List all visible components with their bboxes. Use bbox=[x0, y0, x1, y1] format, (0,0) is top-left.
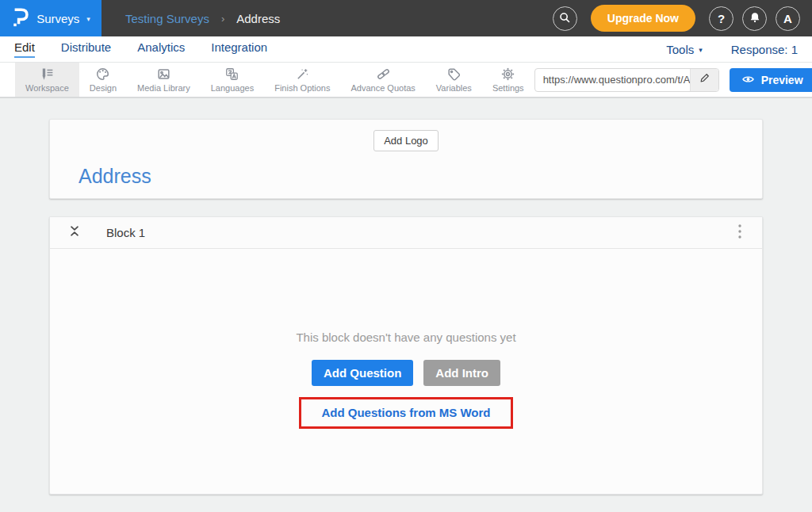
topbar: Surveys ▾ Testing Surveys › Address Upgr… bbox=[0, 0, 812, 36]
survey-url-field bbox=[534, 68, 719, 92]
tools-label: Tools bbox=[666, 43, 694, 56]
response-count[interactable]: Response: 1 bbox=[731, 43, 798, 56]
edit-url-button[interactable] bbox=[690, 69, 718, 91]
collapse-block-button[interactable] bbox=[67, 223, 82, 243]
toolbar-item-finish-options[interactable]: Finish Options bbox=[264, 63, 340, 97]
breadcrumb: Testing Surveys › Address bbox=[125, 12, 280, 25]
tab-distribute[interactable]: Distribute bbox=[61, 40, 111, 58]
toolbar-item-label: Variables bbox=[436, 83, 472, 93]
toolbar-item-label: Finish Options bbox=[274, 83, 330, 93]
preview-button[interactable]: Preview bbox=[730, 68, 812, 92]
add-question-button[interactable]: Add Question bbox=[312, 360, 413, 386]
add-logo-button[interactable]: Add Logo bbox=[373, 130, 439, 151]
tab-integration[interactable]: Integration bbox=[211, 40, 267, 58]
toolbar-item-advance-quotas[interactable]: Advance Quotas bbox=[340, 63, 425, 97]
toolbar-item-workspace[interactable]: Workspace bbox=[15, 63, 79, 97]
add-intro-button[interactable]: Add Intro bbox=[423, 360, 500, 386]
nav-tabs: Edit Distribute Analytics Integration bbox=[14, 40, 267, 58]
notifications-button[interactable] bbox=[742, 6, 767, 31]
avatar[interactable]: A bbox=[776, 6, 800, 31]
toolbar-item-label: Settings bbox=[492, 83, 524, 93]
bell-icon bbox=[749, 11, 761, 26]
search-button[interactable] bbox=[553, 6, 577, 31]
toolbar-item-languages[interactable]: Languages bbox=[201, 63, 264, 97]
breadcrumb-parent[interactable]: Testing Surveys bbox=[125, 12, 209, 25]
translate-icon bbox=[224, 67, 239, 82]
search-icon bbox=[558, 11, 571, 26]
preview-label: Preview bbox=[761, 74, 803, 86]
image-icon bbox=[156, 67, 171, 82]
upgrade-now-button[interactable]: Upgrade Now bbox=[591, 5, 695, 32]
topbar-actions: Upgrade Now ? A bbox=[553, 5, 812, 32]
toolbar-item-label: Workspace bbox=[25, 83, 69, 93]
tools-dropdown[interactable]: Tools ▾ bbox=[666, 43, 703, 56]
url-preview-group: Preview bbox=[534, 63, 812, 97]
chevron-down-icon: ▾ bbox=[699, 46, 703, 54]
section-nav: Edit Distribute Analytics Integration To… bbox=[0, 36, 812, 63]
chain-link-icon bbox=[376, 67, 391, 82]
tab-analytics[interactable]: Analytics bbox=[137, 40, 185, 58]
toolbar-item-label: Design bbox=[90, 83, 117, 93]
help-icon: ? bbox=[718, 12, 725, 25]
main-content: Add Logo Address Block 1 This bloc bbox=[0, 98, 812, 512]
palette-icon bbox=[95, 67, 110, 82]
toolbar-item-label: Media Library bbox=[137, 83, 190, 93]
workspace-icon bbox=[40, 67, 55, 82]
block-header: Block 1 bbox=[50, 217, 762, 249]
gear-icon bbox=[500, 67, 515, 82]
empty-block-message: This block doesn't have any questions ye… bbox=[296, 331, 515, 344]
block-actions: Add Question Add Intro bbox=[312, 360, 500, 386]
nav-right: Tools ▾ Response: 1 bbox=[666, 43, 798, 56]
pencil-icon bbox=[699, 72, 710, 87]
toolbar-item-label: Advance Quotas bbox=[350, 83, 415, 93]
collapse-vertical-icon bbox=[69, 224, 80, 241]
product-switcher[interactable]: Surveys ▾ bbox=[0, 0, 102, 36]
add-logo-area: Add Logo bbox=[50, 120, 762, 151]
tab-edit[interactable]: Edit bbox=[14, 40, 35, 58]
toolbar-item-media-library[interactable]: Media Library bbox=[127, 63, 201, 97]
editor-toolbar: Workspace Design Media Library bbox=[0, 63, 812, 98]
kebab-menu-icon bbox=[737, 224, 742, 243]
block-card: Block 1 This block doesn't have any ques… bbox=[49, 216, 763, 495]
product-label: Surveys bbox=[36, 12, 79, 25]
eye-icon bbox=[741, 74, 755, 86]
breadcrumb-current: Address bbox=[236, 12, 280, 25]
highlight-annotation-box: Add Questions from MS Word bbox=[299, 397, 512, 429]
breadcrumb-separator-icon: › bbox=[221, 13, 224, 25]
survey-header-card: Add Logo Address bbox=[49, 119, 763, 199]
block-body: This block doesn't have any questions ye… bbox=[50, 249, 762, 494]
toolbar-item-design[interactable]: Design bbox=[79, 63, 127, 97]
toolbar-item-label: Languages bbox=[211, 83, 254, 93]
help-button[interactable]: ? bbox=[709, 6, 733, 31]
magic-wand-icon bbox=[295, 67, 310, 82]
block-title[interactable]: Block 1 bbox=[106, 226, 145, 239]
avatar-initial: A bbox=[783, 12, 792, 25]
survey-title[interactable]: Address bbox=[79, 165, 151, 188]
toolbar-item-variables[interactable]: Variables bbox=[426, 63, 482, 97]
survey-url-input[interactable] bbox=[535, 69, 690, 91]
questionpro-logo-icon bbox=[11, 6, 29, 31]
add-questions-from-ms-word-link[interactable]: Add Questions from MS Word bbox=[321, 406, 490, 419]
toolbar-item-settings[interactable]: Settings bbox=[482, 63, 534, 97]
chevron-down-icon: ▾ bbox=[86, 15, 90, 23]
block-menu-button[interactable] bbox=[735, 221, 745, 245]
tag-icon bbox=[446, 67, 462, 82]
